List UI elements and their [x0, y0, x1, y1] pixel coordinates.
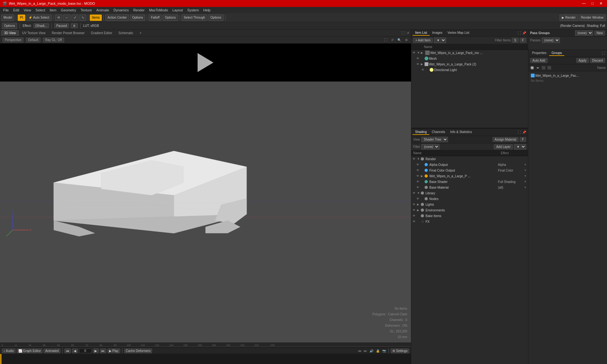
sh-item-base-material[interactable]: 👁 Base Material (all) ▼ — [411, 185, 528, 190]
menu-texture[interactable]: Texture — [79, 7, 94, 13]
group-icon-4[interactable]: ⬛ — [547, 65, 552, 70]
sh-item-environments[interactable]: 👁 ▶ Environments — [411, 207, 528, 213]
discard-button[interactable]: Discard — [590, 58, 605, 63]
add-item-dropdown[interactable]: ▼ — [434, 38, 446, 43]
vis-eye-4[interactable]: 👁 — [421, 68, 425, 71]
sh-arrow-ww[interactable]: ▶ — [421, 174, 424, 178]
tab-properties[interactable]: Properties — [530, 51, 549, 56]
sh-item-bake[interactable]: 👁 Bake Items — [411, 213, 528, 219]
menu-item[interactable]: Item — [48, 7, 58, 13]
menu-animate[interactable]: Animate — [95, 7, 111, 13]
menu-file[interactable]: File — [1, 7, 11, 13]
transform-4-button[interactable]: ⤡ — [79, 15, 86, 21]
group-icon-1[interactable]: 🔘 — [530, 65, 535, 70]
pause-icon-button[interactable]: ⏸ — [71, 23, 78, 28]
shading-f-button[interactable]: F — [520, 137, 526, 142]
tl-icon-5[interactable]: 📷 — [382, 349, 387, 353]
tab-info-statistics[interactable]: Info & Statistics — [448, 130, 475, 135]
menu-select[interactable]: Select — [34, 7, 47, 13]
props-expand-icon[interactable]: ⛶ — [601, 52, 606, 55]
groups-content[interactable]: Wet_Wipes_in_a_Large_Pac... No Items — [528, 71, 607, 364]
shading-expand-icon[interactable]: ⛶ — [517, 130, 522, 134]
sh-item-final-color[interactable]: 👁 Final Color Output Final Color ▼ — [411, 167, 528, 173]
render-button[interactable]: ▶ Render — [560, 15, 578, 21]
vis-eye-2[interactable]: 👁 — [416, 57, 420, 60]
options-2-button[interactable]: Options — [162, 15, 178, 21]
tab-groups[interactable]: Groups — [549, 51, 565, 56]
graph-editor-button[interactable]: 📈 Graph Editor — [17, 349, 42, 353]
sh-vis-12[interactable]: 👁 — [413, 220, 416, 223]
tl-icon-4[interactable]: 🔒 — [375, 349, 380, 353]
list-item[interactable]: 👁 Directional Light — [411, 67, 528, 73]
options-1-button[interactable]: Options — [130, 15, 145, 21]
render-window-button[interactable]: Render Window — [579, 15, 606, 21]
tab-schematic[interactable]: Schematic — [116, 30, 136, 36]
list-item[interactable]: 👁 ▶ Wet_Wipes_in_a_Large_Pack (2) — [411, 61, 528, 67]
tab-uv-texture[interactable]: UV Texture View — [19, 30, 48, 36]
group-icon-2[interactable]: ⬅ — [535, 65, 540, 70]
falloff-button[interactable]: Falloff — [149, 15, 162, 21]
tab-item-list[interactable]: Item List — [413, 30, 430, 36]
sh-vis-1[interactable]: 👁 — [413, 157, 416, 161]
f-button[interactable]: F — [520, 38, 526, 43]
list-item[interactable]: 👁 Mesh — [411, 56, 528, 61]
sh-item-nodes[interactable]: 👁 Nodes — [411, 196, 528, 202]
sh-vis-3[interactable]: 👁 — [416, 169, 420, 172]
sh-vis-2[interactable]: 👁 — [416, 163, 420, 166]
tab-3d-view[interactable]: 3D View — [1, 30, 19, 36]
list-item[interactable]: 👁 ▼ ▶ Wet_Wipes_in_a_Large_Pack_mo ... — [411, 50, 528, 56]
viewport-expand-icon[interactable]: ⛶ — [401, 31, 405, 35]
s-button[interactable]: S — [512, 38, 518, 43]
vp-reset-icon[interactable]: ⛶ — [383, 38, 388, 42]
add-layer-button[interactable]: Add Layer — [494, 144, 513, 149]
sh-vis-6[interactable]: 👁 — [416, 186, 420, 189]
pass-groups-selector[interactable]: (none) — [575, 30, 593, 36]
next-frame-button[interactable]: ⏭ — [100, 349, 106, 353]
sh-dropdown-alpha[interactable]: ▼ — [524, 163, 527, 166]
add-item-button[interactable]: + Add Item — [413, 38, 433, 43]
sh-vis-8[interactable]: 👁 — [416, 197, 420, 200]
step-forward-button[interactable]: ▶ — [93, 349, 99, 353]
transform-1-button[interactable]: ⟲ — [55, 15, 62, 21]
auto-select-button[interactable]: ⚡ Auto Select — [26, 15, 52, 21]
sh-item-fx[interactable]: 👁 ⬡ FX — [411, 219, 528, 224]
item-list-content[interactable]: 👁 ▼ ▶ Wet_Wipes_in_a_Large_Pack_mo ... 👁… — [411, 50, 528, 128]
sh-vis-4[interactable]: 👁 — [416, 174, 420, 178]
sh-item-render[interactable]: 👁 ▼ Render — [411, 156, 528, 162]
sh-dropdown-bm[interactable]: ▼ — [524, 186, 527, 189]
options-btn[interactable]: Options — [2, 23, 17, 29]
auto-add-button[interactable]: Auto Add — [530, 58, 548, 63]
raygl-toggle[interactable]: Ray GL: Off — [43, 38, 64, 42]
sh-item-library[interactable]: 👁 ▼ Library — [411, 190, 528, 196]
shading-tree-content[interactable]: 👁 ▼ Render 👁 Alpha Output Alpha ▼ — [411, 156, 528, 364]
sh-arrow-env[interactable]: ▶ — [417, 209, 420, 212]
prev-frame-button[interactable]: ⏮ — [64, 349, 71, 353]
menu-dynamics[interactable]: Dynamics — [112, 7, 131, 13]
sh-item-base-shader[interactable]: 👁 Base Shader Full Shading ▼ — [411, 179, 528, 185]
item-list-pin-icon[interactable]: 📌 — [522, 31, 527, 35]
settings-button[interactable]: ⚙ Settings — [391, 349, 409, 353]
sh-arrow-lib[interactable]: ▼ — [417, 191, 420, 195]
mode-sculpt-button[interactable]: Pt — [18, 15, 25, 21]
minimize-button[interactable]: — — [580, 1, 588, 6]
shader-tree-selector[interactable]: Shader Tree — [421, 137, 448, 142]
sh-vis-7[interactable]: 👁 — [413, 191, 416, 195]
sh-arrow-render[interactable]: ▼ — [417, 157, 420, 161]
tab-vertex-map-list[interactable]: Vertex Map List — [445, 30, 472, 36]
close-button[interactable]: ✕ — [598, 1, 604, 6]
menu-geometry[interactable]: Geometry — [59, 7, 78, 13]
sh-dropdown-fc[interactable]: ▼ — [524, 169, 527, 172]
sh-dropdown-ww[interactable]: ▼ — [524, 174, 527, 178]
tl-icon-2[interactable]: ⏭ — [363, 349, 368, 353]
mode-model-button[interactable]: Model — [1, 15, 14, 21]
viewport-sync-icon[interactable]: ↺ — [406, 31, 410, 35]
item-list-expand-icon[interactable]: ⛶ — [517, 31, 522, 35]
menu-maxtomode[interactable]: MaxToModo — [147, 7, 170, 13]
vp-settings-icon[interactable]: ⚙ — [404, 38, 408, 42]
timeline-ruler[interactable] — [0, 354, 411, 364]
shading-pin-icon[interactable]: 📌 — [522, 130, 527, 134]
group-icon-3[interactable]: ⬛ — [541, 65, 546, 70]
group-item-row[interactable]: Wet_Wipes_in_a_Large_Pac... — [530, 73, 606, 78]
passes-selector[interactable]: (none) — [542, 38, 560, 43]
sh-item-alpha[interactable]: 👁 Alpha Output Alpha ▼ — [411, 162, 528, 167]
